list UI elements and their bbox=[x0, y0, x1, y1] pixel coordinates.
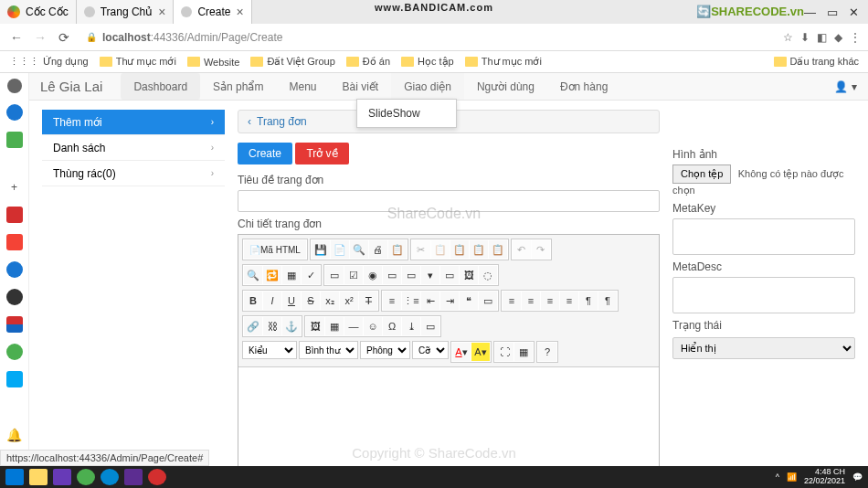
removeformat-icon[interactable]: T̶ bbox=[359, 292, 377, 310]
paste-text-icon[interactable]: 📋 bbox=[470, 240, 488, 259]
preview-icon[interactable]: 🔍 bbox=[350, 240, 368, 259]
record-icon[interactable] bbox=[148, 469, 166, 485]
align-right-icon[interactable]: ≡ bbox=[541, 292, 559, 310]
sidebar-item-danhsach[interactable]: Danh sách› bbox=[42, 135, 225, 161]
replace-icon[interactable]: 🔁 bbox=[263, 266, 281, 284]
bidi-rtl-icon[interactable]: ¶ bbox=[598, 292, 617, 310]
ext1-icon[interactable]: ◧ bbox=[817, 31, 827, 44]
find-icon[interactable]: 🔍 bbox=[244, 266, 262, 284]
redo-icon[interactable]: ↷ bbox=[532, 240, 550, 259]
textfield-icon[interactable]: ▭ bbox=[383, 266, 401, 284]
image-button-icon[interactable]: 🖼 bbox=[460, 266, 478, 284]
notification-icon[interactable]: 💬 bbox=[852, 472, 863, 482]
reload-icon[interactable]: ⟳ bbox=[55, 28, 73, 47]
button-icon[interactable]: ▭ bbox=[440, 266, 459, 284]
iframe-icon[interactable]: ▭ bbox=[421, 317, 439, 335]
unlink-icon[interactable]: ⛓ bbox=[263, 317, 281, 335]
bold-icon[interactable]: B bbox=[244, 292, 262, 310]
selectall-icon[interactable]: ▦ bbox=[282, 266, 301, 284]
nav-sanpham[interactable]: Sản phẩm bbox=[200, 73, 276, 100]
tab-trangchu[interactable]: Trang Chủ × bbox=[77, 0, 175, 24]
outdent-icon[interactable]: ⇤ bbox=[421, 292, 439, 310]
underline-icon[interactable]: U bbox=[282, 292, 301, 310]
sidebar-item-themmoi[interactable]: Thêm mới› bbox=[42, 110, 225, 135]
settings-icon[interactable] bbox=[7, 79, 22, 93]
spellcheck-icon[interactable]: ✓ bbox=[302, 266, 320, 284]
anchor-icon[interactable]: ⚓ bbox=[282, 317, 301, 335]
zalo-icon[interactable] bbox=[101, 469, 119, 485]
wifi-icon[interactable]: 📶 bbox=[787, 472, 797, 482]
apps-button[interactable]: ⋮⋮⋮Ứng dụng bbox=[9, 56, 89, 68]
messenger-icon[interactable] bbox=[6, 104, 23, 121]
quote-icon[interactable]: ❝ bbox=[460, 292, 478, 310]
align-left-icon[interactable]: ≡ bbox=[503, 292, 521, 310]
source-button[interactable]: 📄 Mã HTML bbox=[244, 240, 306, 259]
bulletlist-icon[interactable]: ⋮≡ bbox=[402, 292, 420, 310]
nav-menu[interactable]: Menu bbox=[276, 73, 329, 100]
dropdown-slideshow[interactable]: SlideShow bbox=[357, 100, 456, 127]
vs-icon[interactable] bbox=[124, 469, 143, 485]
italic-icon[interactable]: I bbox=[263, 292, 281, 310]
image-icon[interactable]: 🖼 bbox=[306, 317, 324, 335]
size-select[interactable]: Cỡ... bbox=[412, 341, 449, 359]
nav-donhang[interactable]: Đơn hàng bbox=[547, 73, 620, 100]
bell-icon[interactable]: 🔔 bbox=[6, 428, 22, 442]
link-icon[interactable]: 🔗 bbox=[244, 317, 262, 335]
user-menu[interactable]: 👤▾ bbox=[834, 80, 857, 93]
explorer-icon[interactable] bbox=[29, 469, 48, 485]
menu-icon[interactable]: ⋮ bbox=[850, 31, 861, 44]
plus-icon[interactable]: + bbox=[6, 179, 23, 196]
textarea-icon[interactable]: ▭ bbox=[402, 266, 420, 284]
bookmark-folder[interactable]: Đất Việt Group bbox=[250, 56, 334, 68]
create-button[interactable]: Create bbox=[238, 143, 292, 164]
coccoc-icon[interactable] bbox=[77, 469, 95, 485]
back-button[interactable]: Trở về bbox=[295, 143, 348, 164]
about-icon[interactable]: ? bbox=[538, 343, 556, 361]
table-icon[interactable]: ▦ bbox=[325, 317, 344, 335]
save-icon[interactable]: 💾 bbox=[312, 240, 330, 259]
bookmark-folder[interactable]: Học tập bbox=[401, 56, 454, 68]
vtv-icon[interactable] bbox=[6, 316, 23, 333]
showblocks-icon[interactable]: ▦ bbox=[514, 343, 533, 361]
align-justify-icon[interactable]: ≡ bbox=[560, 292, 578, 310]
close-window-icon[interactable]: ✕ bbox=[849, 5, 859, 19]
close-icon[interactable]: × bbox=[236, 5, 243, 19]
choose-file-button[interactable]: Chọn tệp bbox=[672, 164, 731, 184]
pagebreak-icon[interactable]: ⤓ bbox=[402, 317, 420, 335]
tray-up-icon[interactable]: ^ bbox=[776, 472, 779, 482]
bookmark-folder[interactable]: Đồ án bbox=[346, 56, 390, 68]
tab-create[interactable]: Create × bbox=[174, 0, 251, 24]
subscript-icon[interactable]: x₂ bbox=[321, 292, 339, 310]
app-icon[interactable] bbox=[6, 344, 23, 360]
font-select[interactable]: Phông bbox=[360, 341, 410, 359]
hr-icon[interactable]: — bbox=[344, 317, 363, 335]
metakey-input[interactable] bbox=[672, 218, 855, 255]
indent-icon[interactable]: ⇥ bbox=[440, 292, 459, 310]
textcolor-icon[interactable]: A▾ bbox=[452, 343, 471, 361]
status-select[interactable]: Hiển thị bbox=[672, 337, 855, 359]
copy-icon[interactable]: 📋 bbox=[431, 240, 450, 259]
sidebar-item-thungrac[interactable]: Thùng rác(0)› bbox=[42, 161, 225, 186]
clock[interactable]: 4:48 CH 22/02/2021 bbox=[804, 468, 845, 486]
checkbox-icon[interactable]: ☑ bbox=[344, 266, 363, 284]
select-icon[interactable]: ▾ bbox=[421, 266, 439, 284]
form-icon[interactable]: ▭ bbox=[325, 266, 344, 284]
bgcolor-icon[interactable]: A▾ bbox=[471, 343, 490, 361]
back-icon[interactable]: ← bbox=[7, 28, 26, 47]
bookmark-folder[interactable]: Thư mục mới bbox=[100, 56, 176, 68]
ext2-icon[interactable]: ◆ bbox=[834, 31, 842, 44]
tab-coccoc[interactable]: Cốc Cốc bbox=[0, 0, 77, 24]
hidden-icon[interactable]: ◌ bbox=[479, 266, 497, 284]
align-center-icon[interactable]: ≡ bbox=[522, 292, 540, 310]
radio-icon[interactable]: ◉ bbox=[364, 266, 382, 284]
bidi-ltr-icon[interactable]: ¶ bbox=[579, 292, 598, 310]
undo-icon[interactable]: ↶ bbox=[513, 240, 531, 259]
newpage-icon[interactable]: 📄 bbox=[331, 240, 349, 259]
app-icon[interactable] bbox=[6, 289, 23, 305]
app-icon[interactable] bbox=[6, 207, 23, 223]
start-icon[interactable] bbox=[5, 469, 24, 485]
paste-icon[interactable]: 📋 bbox=[450, 240, 469, 259]
paste-word-icon[interactable]: 📋 bbox=[489, 240, 507, 259]
print-icon[interactable]: 🖨 bbox=[369, 240, 387, 259]
format-select[interactable]: Bình thư... bbox=[299, 341, 358, 359]
